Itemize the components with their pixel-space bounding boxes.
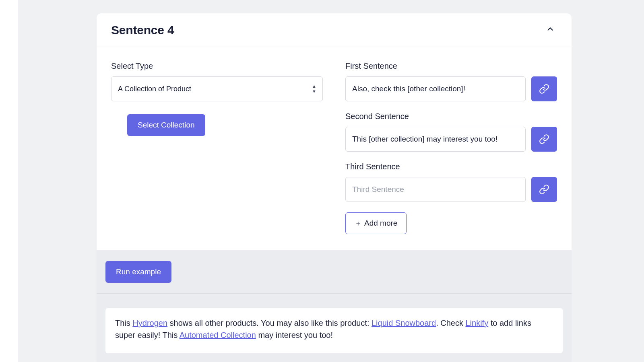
output-link-linkify[interactable]: Linkify (465, 319, 488, 327)
third-sentence-input[interactable] (345, 177, 526, 202)
sentence-row: Second Sentence (345, 112, 557, 152)
run-section: Run example (97, 251, 572, 293)
collapse-toggle[interactable] (543, 22, 557, 38)
card-title: Sentence 4 (111, 23, 174, 37)
run-example-button[interactable]: Run example (105, 261, 171, 283)
sentence-row: Third Sentence (345, 162, 557, 202)
output-text: This (115, 319, 132, 327)
output-link-liquid-snowboard[interactable]: Liquid Snowboard (372, 319, 436, 327)
card-header: Sentence 4 (97, 13, 572, 47)
field-block: First Sentence (345, 62, 526, 101)
add-more-button[interactable]: ＋ Add more (345, 212, 407, 234)
output-text: shows all other products. You may also l… (167, 319, 372, 327)
third-sentence-label: Third Sentence (345, 162, 526, 171)
output-link-hydrogen[interactable]: Hydrogen (132, 319, 167, 327)
link-icon (539, 84, 549, 94)
right-column: First Sentence Second Sentence Thi (345, 62, 557, 234)
select-collection-button[interactable]: Select Collection (127, 114, 205, 136)
add-more-label: Add more (364, 219, 397, 228)
output-text: . Check (436, 319, 465, 327)
chevron-up-icon (546, 25, 555, 33)
second-sentence-label: Second Sentence (345, 112, 526, 121)
output-link-automated-collection[interactable]: Automated Collection (180, 331, 256, 339)
sentence-card: Sentence 4 Select Type A Collection of P… (97, 13, 572, 362)
output-box: This Hydrogen shows all other products. … (105, 308, 563, 353)
plus-icon: ＋ (355, 218, 362, 228)
field-block: Third Sentence (345, 162, 526, 202)
output-text: may interest you too! (256, 331, 333, 339)
left-sidebar-strip (0, 0, 18, 362)
left-column: Select Type A Collection of Product ▲▼ S… (111, 62, 323, 234)
output-section: This Hydrogen shows all other products. … (97, 294, 572, 362)
field-block: Second Sentence (345, 112, 526, 152)
third-sentence-link-button[interactable] (531, 177, 557, 202)
select-type-label: Select Type (111, 62, 323, 71)
second-sentence-link-button[interactable] (531, 127, 557, 152)
first-sentence-link-button[interactable] (531, 76, 557, 101)
select-type-dropdown[interactable]: A Collection of Product (111, 76, 323, 101)
sentence-row: First Sentence (345, 62, 557, 101)
first-sentence-label: First Sentence (345, 62, 526, 71)
link-icon (539, 134, 549, 144)
link-icon (539, 184, 549, 195)
select-type-wrap: A Collection of Product ▲▼ (111, 76, 323, 101)
card-body: Select Type A Collection of Product ▲▼ S… (97, 47, 572, 251)
second-sentence-input[interactable] (345, 127, 526, 152)
first-sentence-input[interactable] (345, 76, 526, 101)
